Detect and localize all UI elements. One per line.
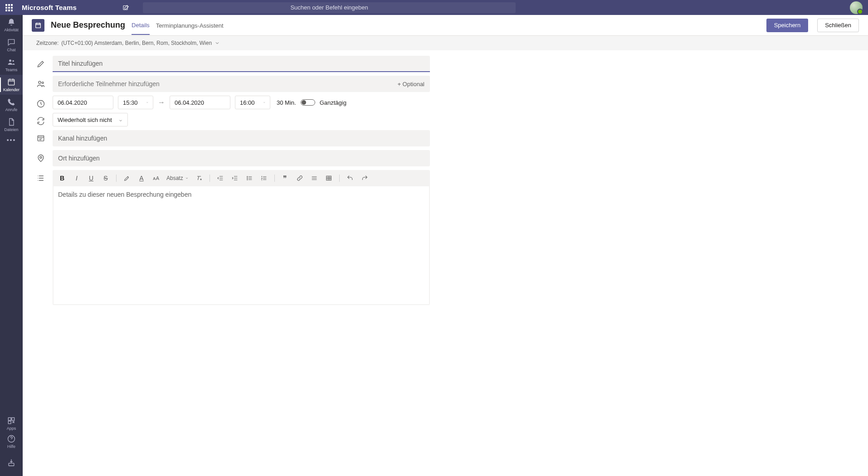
svg-point-2: [12, 60, 14, 62]
rail-apps[interactable]: Apps: [0, 414, 23, 432]
svg-point-11: [42, 82, 44, 84]
chevron-down-icon: [146, 100, 148, 105]
svg-rect-13: [38, 136, 44, 141]
rail-activity[interactable]: Aktivität: [0, 15, 23, 35]
tab-details[interactable]: Details: [132, 16, 150, 35]
quote-button[interactable]: ❞: [281, 174, 289, 182]
search-box[interactable]: [143, 2, 516, 13]
numbered-list-button[interactable]: [260, 174, 268, 182]
chevron-down-icon: [118, 117, 123, 122]
end-time-picker[interactable]: 16:00: [235, 96, 270, 109]
clear-formatting-button[interactable]: [195, 174, 203, 182]
svg-point-16: [247, 178, 247, 178]
allday-toggle[interactable]: [301, 99, 315, 106]
rail-chat[interactable]: Chat: [0, 35, 23, 55]
highlight-button[interactable]: [123, 174, 131, 182]
rail-download[interactable]: [0, 453, 23, 471]
svg-rect-3: [8, 79, 14, 85]
indent-button[interactable]: [231, 174, 239, 182]
duration-label: 30 Min.: [277, 99, 296, 106]
svg-point-1: [9, 59, 11, 62]
page-title: Neue Besprechung: [51, 20, 125, 30]
description-editor: B I U S A ᴀA Absatz ❞: [53, 170, 430, 305]
description-icon: [36, 174, 45, 183]
rail-teams-label: Teams: [5, 68, 18, 72]
svg-point-14: [40, 156, 42, 158]
people-icon: [36, 79, 45, 88]
link-button[interactable]: [296, 174, 304, 182]
avatar[interactable]: [850, 1, 863, 14]
svg-rect-6: [8, 421, 11, 424]
app-brand: Microsoft Teams: [22, 4, 77, 11]
start-date-picker[interactable]: 06.04.2020: [53, 96, 113, 109]
svg-point-10: [39, 81, 41, 83]
location-icon: [36, 154, 45, 163]
rail-teams[interactable]: Teams: [0, 55, 23, 75]
timezone-strip[interactable]: Zeitzone: (UTC+01:00) Amsterdam, Berlin,…: [23, 36, 868, 50]
svg-rect-18: [326, 176, 331, 180]
rail-help[interactable]: Hilfe: [0, 432, 23, 451]
italic-button[interactable]: I: [73, 174, 81, 182]
rail-calendar[interactable]: Kalender: [0, 75, 23, 95]
editor-toolbar: B I U S A ᴀA Absatz ❞: [53, 170, 430, 186]
location-input[interactable]: Ort hinzufügen: [53, 150, 430, 166]
edit-icon: [36, 59, 45, 68]
rail-calls-label: Anrufe: [5, 107, 18, 112]
separator: [210, 175, 210, 182]
repeat-icon: [36, 117, 45, 126]
chevron-down-icon: [263, 100, 265, 105]
font-size-button[interactable]: ᴀA: [152, 174, 160, 182]
rail-calendar-label: Kalender: [3, 87, 20, 92]
rail-files[interactable]: Dateien: [0, 115, 23, 135]
svg-rect-9: [36, 23, 41, 28]
bullet-list-button[interactable]: [245, 174, 254, 182]
tab-scheduling-assistant[interactable]: Terminplanungs-Assistent: [156, 16, 224, 34]
svg-rect-8: [9, 463, 14, 466]
attendees-input[interactable]: [58, 80, 397, 87]
svg-point-15: [247, 176, 247, 177]
table-button[interactable]: [325, 174, 333, 182]
clock-icon: [36, 99, 45, 108]
optional-attendees-button[interactable]: + Optional: [397, 81, 424, 87]
end-date-picker[interactable]: 06.04.2020: [170, 96, 230, 109]
strikethrough-button[interactable]: S: [102, 174, 110, 182]
meeting-form: + Optional 06.04.2020 15:30 → 06.04.2020…: [23, 50, 868, 476]
underline-button[interactable]: U: [87, 174, 95, 182]
save-button[interactable]: Speichern: [766, 19, 809, 32]
separator: [339, 175, 340, 182]
search-input[interactable]: [143, 2, 516, 13]
paragraph-dropdown[interactable]: Absatz: [166, 175, 189, 181]
redo-button[interactable]: [361, 174, 369, 182]
timezone-value: (UTC+01:00) Amsterdam, Berlin, Bern, Rom…: [61, 40, 212, 46]
rail-more-icon[interactable]: •••: [7, 136, 16, 144]
channel-icon: [36, 134, 45, 143]
channel-input[interactable]: Kanal hinzufügen: [53, 130, 430, 146]
rail-calls[interactable]: Anrufe: [0, 95, 23, 115]
separator: [116, 175, 117, 182]
rail-chat-label: Chat: [7, 48, 15, 52]
timezone-label: Zeitzone:: [36, 40, 59, 46]
bold-button[interactable]: B: [58, 174, 66, 182]
undo-button[interactable]: [346, 174, 354, 182]
titlebar: Microsoft Teams: [0, 0, 868, 15]
compose-icon[interactable]: [122, 4, 130, 12]
hr-button[interactable]: [310, 174, 318, 182]
page-header: Neue Besprechung Details Terminplanungs-…: [23, 15, 868, 36]
font-color-button[interactable]: A: [137, 174, 146, 182]
rail-help-label: Hilfe: [7, 444, 15, 449]
rail-activity-label: Aktivität: [4, 28, 19, 32]
description-body[interactable]: Details zu dieser neuen Besprechung eing…: [54, 186, 429, 304]
calendar-badge-icon: [32, 19, 44, 32]
title-input[interactable]: [53, 56, 430, 72]
outdent-button[interactable]: [216, 174, 224, 182]
rail-apps-label: Apps: [7, 426, 16, 431]
allday-label: Ganztägig: [320, 99, 346, 106]
recurrence-dropdown[interactable]: Wiederholt sich nicht: [53, 113, 128, 126]
close-button[interactable]: Schließen: [817, 19, 859, 32]
arrow-right-icon: →: [158, 98, 165, 107]
chevron-down-icon: [215, 40, 220, 46]
rail-files-label: Dateien: [4, 127, 18, 132]
svg-point-17: [247, 180, 247, 180]
start-time-picker[interactable]: 15:30: [118, 96, 153, 109]
app-launcher-icon[interactable]: [5, 4, 13, 11]
